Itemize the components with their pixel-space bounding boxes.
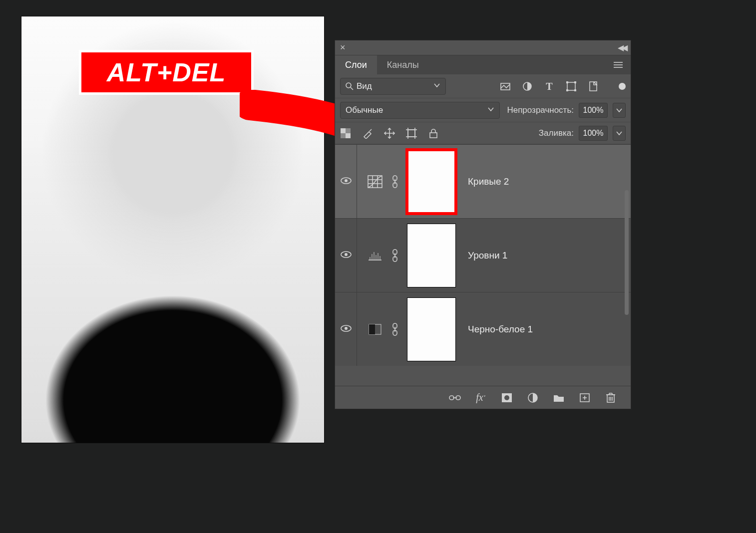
lock-pixels-icon[interactable] bbox=[362, 128, 373, 139]
blend-opacity-row: Обычные Непрозрачность: 100% bbox=[335, 98, 631, 122]
svg-rect-26 bbox=[430, 133, 437, 138]
filter-type-icon[interactable]: T bbox=[544, 81, 555, 92]
svg-rect-10 bbox=[574, 81, 576, 83]
layer-name-label[interactable]: Уровни 1 bbox=[463, 250, 507, 261]
layer-row[interactable]: Черно-белое 1 bbox=[335, 292, 631, 366]
layer-name-label[interactable]: Кривые 2 bbox=[463, 176, 509, 187]
levels-adjustment-icon bbox=[367, 249, 383, 262]
svg-rect-16 bbox=[346, 128, 351, 133]
layer-filter-dropdown[interactable]: Вид bbox=[340, 78, 446, 95]
lock-position-icon[interactable] bbox=[384, 128, 395, 139]
shortcut-overlay-text: ALT+DEL bbox=[107, 57, 226, 87]
panel-titlebar: × ◀◀ bbox=[335, 40, 631, 55]
layer-effects-icon[interactable]: fx˅ bbox=[475, 392, 487, 404]
filter-adjustment-icon[interactable] bbox=[522, 81, 533, 92]
chevron-down-icon bbox=[487, 105, 494, 115]
layer-row[interactable]: Уровни 1 bbox=[335, 218, 631, 292]
link-layers-icon[interactable] bbox=[449, 392, 461, 404]
layer-name-label[interactable]: Черно-белое 1 bbox=[463, 324, 533, 335]
curves-adjustment-icon bbox=[367, 175, 383, 188]
svg-rect-52 bbox=[369, 324, 375, 334]
layer-mask-thumbnail[interactable] bbox=[407, 297, 456, 361]
blend-mode-dropdown[interactable]: Обычные bbox=[340, 102, 500, 119]
lock-artboard-icon[interactable] bbox=[406, 128, 417, 139]
panel-tabs: Слои Каналы bbox=[335, 55, 631, 74]
shortcut-overlay-badge: ALT+DEL bbox=[79, 50, 254, 95]
layer-row[interactable]: Кривые 2 bbox=[335, 144, 631, 218]
tab-channels[interactable]: Каналы bbox=[377, 55, 429, 74]
svg-point-60 bbox=[504, 395, 509, 400]
add-mask-icon[interactable] bbox=[501, 392, 513, 404]
mask-link-icon[interactable] bbox=[390, 174, 400, 189]
layer-mask-thumbnail[interactable] bbox=[407, 150, 456, 214]
opacity-slider-toggle[interactable] bbox=[613, 103, 626, 118]
mask-link-icon[interactable] bbox=[390, 322, 400, 337]
svg-rect-14 bbox=[341, 128, 346, 133]
close-icon[interactable]: × bbox=[340, 42, 346, 53]
svg-line-5 bbox=[351, 87, 353, 90]
filter-shape-icon[interactable] bbox=[566, 81, 577, 92]
svg-rect-13 bbox=[590, 82, 597, 91]
fill-slider-toggle[interactable] bbox=[613, 126, 626, 141]
svg-rect-9 bbox=[566, 81, 568, 83]
lock-fill-row: Заливка: 100% bbox=[335, 122, 631, 144]
layers-panel: × ◀◀ Слои Каналы Вид T Обычные Непро bbox=[335, 40, 631, 409]
visibility-eye-icon[interactable] bbox=[340, 324, 352, 335]
chevron-down-icon bbox=[433, 81, 440, 91]
new-adjustment-layer-icon[interactable] bbox=[527, 392, 539, 404]
filter-toggle-switch[interactable] bbox=[619, 83, 626, 90]
svg-rect-12 bbox=[574, 89, 576, 91]
mask-link-icon[interactable] bbox=[390, 248, 400, 263]
svg-point-38 bbox=[345, 253, 348, 256]
svg-rect-15 bbox=[346, 133, 351, 138]
svg-line-18 bbox=[370, 129, 372, 131]
filter-pixel-icon[interactable] bbox=[500, 81, 511, 92]
svg-point-28 bbox=[345, 179, 348, 182]
blackwhite-adjustment-icon bbox=[367, 323, 383, 336]
visibility-eye-icon[interactable] bbox=[340, 176, 352, 187]
tab-layers[interactable]: Слои bbox=[335, 55, 377, 74]
layer-mask-thumbnail[interactable] bbox=[407, 224, 456, 287]
svg-rect-11 bbox=[566, 89, 568, 91]
svg-rect-17 bbox=[341, 133, 346, 138]
visibility-eye-icon[interactable] bbox=[340, 250, 352, 261]
new-group-icon[interactable] bbox=[553, 392, 565, 404]
lock-all-icon[interactable] bbox=[428, 128, 439, 139]
svg-rect-8 bbox=[567, 82, 575, 90]
delete-layer-icon[interactable] bbox=[605, 392, 617, 404]
layer-list: Кривые 2 Уровни 1 Черно-белое 1 bbox=[335, 144, 631, 366]
svg-rect-21 bbox=[408, 130, 415, 137]
filter-smartobject-icon[interactable] bbox=[588, 81, 599, 92]
opacity-value[interactable]: 100% bbox=[579, 103, 608, 118]
panel-scrollbar[interactable] bbox=[625, 190, 629, 315]
fill-label: Заливка: bbox=[539, 128, 574, 138]
collapse-panel-icon[interactable]: ◀◀ bbox=[618, 43, 626, 52]
svg-point-4 bbox=[346, 83, 351, 88]
fill-value[interactable]: 100% bbox=[579, 126, 608, 141]
panel-menu-icon[interactable] bbox=[606, 55, 631, 74]
layers-panel-footer: fx˅ bbox=[335, 386, 631, 409]
new-layer-icon[interactable] bbox=[579, 392, 591, 404]
layer-filter-row: Вид T bbox=[335, 74, 631, 98]
lock-transparency-icon[interactable] bbox=[340, 128, 351, 139]
svg-point-50 bbox=[345, 327, 348, 330]
opacity-label: Непрозрачность: bbox=[507, 105, 574, 115]
